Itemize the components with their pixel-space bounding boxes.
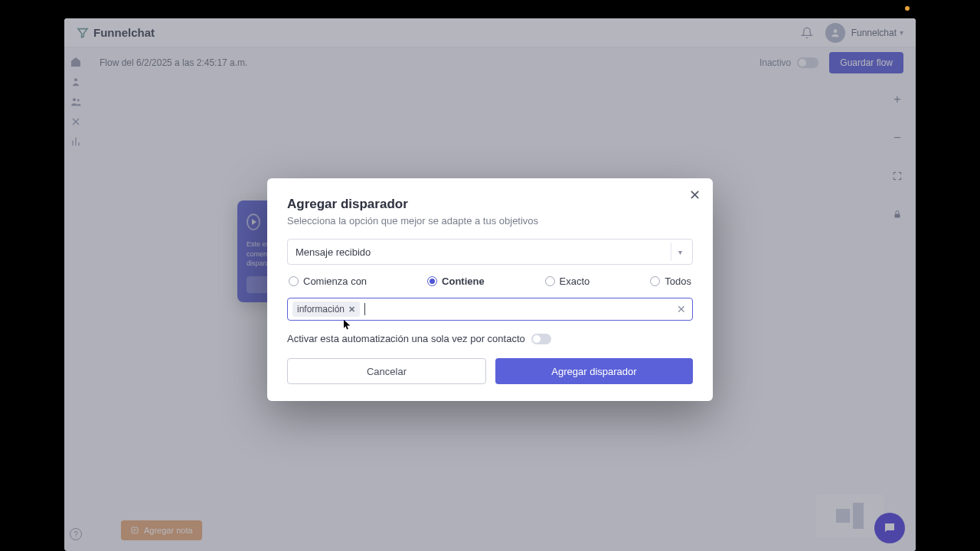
radio-icon bbox=[427, 276, 437, 286]
window-minimize-dot bbox=[905, 6, 910, 11]
modal-title: Agregar disparador bbox=[287, 197, 693, 212]
remove-tag-button[interactable]: ✕ bbox=[348, 305, 355, 315]
radio-starts-with[interactable]: Comienza con bbox=[289, 276, 367, 287]
radio-exact[interactable]: Exacto bbox=[545, 276, 590, 287]
radio-contains[interactable]: Contiene bbox=[427, 276, 485, 287]
modal-subtitle: Selecciona la opción que mejor se adapte… bbox=[287, 215, 693, 227]
radio-icon bbox=[650, 276, 660, 286]
radio-icon bbox=[289, 276, 299, 286]
radio-label: Contiene bbox=[442, 276, 485, 287]
keywords-input[interactable]: información ✕ ✕ bbox=[287, 298, 693, 321]
text-cursor bbox=[364, 303, 365, 315]
radio-label: Exacto bbox=[560, 276, 590, 287]
add-trigger-modal: ✕ Agregar disparador Selecciona la opció… bbox=[267, 178, 713, 401]
keyword-tag: información ✕ bbox=[292, 302, 360, 317]
once-per-contact-toggle[interactable] bbox=[531, 334, 551, 344]
trigger-type-select[interactable]: Mensaje recibido ▾ bbox=[287, 239, 693, 265]
radio-icon bbox=[545, 276, 555, 286]
once-per-contact-label: Activar esta automatización una sola vez… bbox=[287, 333, 525, 344]
radio-label: Comienza con bbox=[303, 276, 367, 287]
modal-actions: Cancelar Agregar disparador bbox=[287, 358, 693, 384]
match-mode-radios: Comienza con Contiene Exacto Todos bbox=[287, 276, 693, 287]
cancel-button[interactable]: Cancelar bbox=[287, 358, 486, 384]
add-trigger-button[interactable]: Agregar disparador bbox=[495, 358, 693, 384]
radio-all[interactable]: Todos bbox=[650, 276, 691, 287]
modal-close-button[interactable]: ✕ bbox=[687, 187, 702, 203]
once-per-contact-row: Activar esta automatización una sola vez… bbox=[287, 333, 693, 344]
keyword-tag-label: información bbox=[297, 304, 345, 315]
radio-label: Todos bbox=[665, 276, 691, 287]
trigger-type-value: Mensaje recibido bbox=[296, 246, 371, 258]
chevron-down-icon: ▾ bbox=[671, 243, 689, 261]
clear-all-tags-button[interactable]: ✕ bbox=[677, 303, 686, 315]
